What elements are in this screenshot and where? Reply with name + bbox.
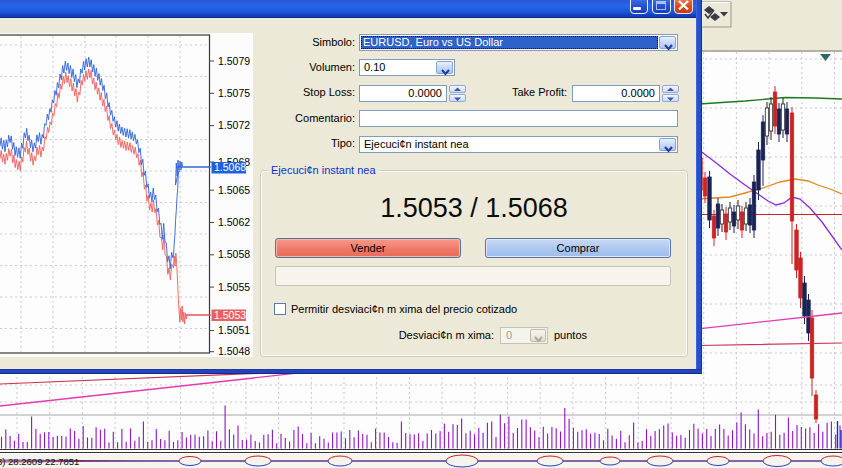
svg-text:1.5068: 1.5068 xyxy=(214,161,246,173)
svg-text:1.5051: 1.5051 xyxy=(218,324,250,336)
svg-text:1.5079: 1.5079 xyxy=(218,55,250,67)
svg-text:1.5062: 1.5062 xyxy=(218,216,250,228)
svg-text:1.5048: 1.5048 xyxy=(218,345,250,357)
svg-text:1.5058: 1.5058 xyxy=(218,248,250,260)
svg-text:1.5072: 1.5072 xyxy=(218,119,250,131)
svg-text:8) 28.2609 22.7851: 8) 28.2609 22.7851 xyxy=(0,456,79,467)
svg-text:1.5055: 1.5055 xyxy=(218,281,250,293)
svg-text:1.5075: 1.5075 xyxy=(218,87,250,99)
svg-text:1.5065: 1.5065 xyxy=(218,184,250,196)
svg-text:1.5053: 1.5053 xyxy=(214,309,246,321)
